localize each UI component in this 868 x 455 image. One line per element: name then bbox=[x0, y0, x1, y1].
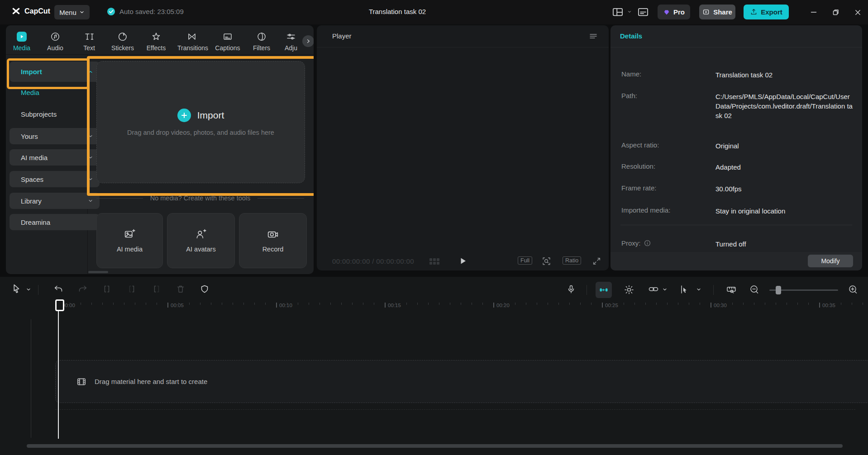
field-value-aspect-ratio: Original bbox=[715, 141, 854, 151]
select-tool-chevron[interactable] bbox=[26, 287, 31, 292]
track-slot-divider bbox=[55, 409, 855, 410]
ai-media-card[interactable]: AI media bbox=[96, 213, 163, 268]
tab-effects[interactable]: Effects bbox=[142, 30, 171, 53]
sidebar-item-library[interactable]: Library bbox=[10, 193, 100, 209]
image-plus-icon bbox=[124, 229, 136, 240]
tab-text[interactable]: Text bbox=[75, 30, 104, 53]
share-button[interactable]: Share bbox=[699, 5, 735, 19]
layout-panels-button[interactable] bbox=[612, 6, 624, 17]
field-value-path: C:/Users/PMLS/AppData/Local/CapCut/User … bbox=[715, 92, 854, 120]
person-plus-icon bbox=[195, 229, 207, 240]
playhead-line[interactable] bbox=[58, 301, 59, 439]
zoom-in-button[interactable] bbox=[848, 284, 858, 294]
check-circle-icon bbox=[107, 7, 115, 16]
panel-resize-grip[interactable] bbox=[88, 271, 108, 273]
details-divider bbox=[620, 225, 852, 225]
menu-button[interactable]: Menu bbox=[54, 5, 90, 19]
split-button[interactable] bbox=[102, 284, 111, 294]
play-button[interactable] bbox=[459, 257, 467, 267]
tab-audio[interactable]: Audio bbox=[41, 30, 70, 53]
ruler-tick-minor bbox=[852, 303, 852, 305]
tabs-scroll-right-button[interactable] bbox=[302, 35, 314, 47]
ruler-label: 00:25 bbox=[605, 303, 618, 308]
info-icon[interactable] bbox=[644, 240, 651, 246]
ruler-tick-minor bbox=[634, 303, 635, 305]
ruler-tick-minor bbox=[298, 303, 298, 305]
snap-toggle-button[interactable] bbox=[596, 282, 612, 298]
timecode: 00:00:00:00 / 00:00:00:00 bbox=[332, 257, 414, 265]
ruler-tick-minor bbox=[732, 303, 733, 305]
close-button[interactable] bbox=[851, 5, 864, 19]
export-button[interactable]: Export bbox=[744, 5, 789, 19]
fullscreen-icon[interactable] bbox=[592, 256, 601, 266]
ruler-tick-minor bbox=[124, 303, 124, 305]
ruler-tick-minor bbox=[396, 303, 396, 305]
ratio-button[interactable]: Ratio bbox=[563, 256, 581, 265]
redo-button[interactable] bbox=[78, 284, 88, 294]
sidebar-item-media[interactable]: Media bbox=[10, 85, 93, 99]
zoom-fit-icon[interactable] bbox=[542, 256, 551, 266]
link-button[interactable] bbox=[648, 284, 659, 294]
ruler-tick-minor bbox=[830, 303, 830, 305]
brand-name: CapCut bbox=[24, 7, 50, 15]
timeline-scale-button[interactable] bbox=[726, 284, 737, 294]
tab-media[interactable]: Media bbox=[7, 30, 36, 53]
playhead-handle[interactable] bbox=[55, 299, 64, 311]
sidebar-item-yours[interactable]: Yours bbox=[10, 128, 100, 144]
preview-axis-button[interactable] bbox=[624, 284, 634, 294]
details-header-divider bbox=[610, 47, 862, 47]
full-button[interactable]: Full bbox=[518, 256, 532, 265]
ruler-tick-minor bbox=[70, 303, 70, 305]
timeline-zoom-slider-handle[interactable] bbox=[776, 286, 781, 294]
timeline-scrollbar[interactable] bbox=[27, 444, 843, 448]
delete-right-button[interactable] bbox=[152, 284, 161, 294]
player-menu-icon[interactable] bbox=[589, 32, 598, 40]
tab-captions[interactable]: Captions bbox=[213, 30, 242, 53]
undo-button[interactable] bbox=[53, 284, 63, 294]
details-panel: Details Name: Translation task 02 Path: … bbox=[610, 25, 862, 270]
tabstrip-divider bbox=[6, 54, 314, 55]
sidebar-item-spaces[interactable]: Spaces bbox=[10, 171, 100, 187]
ruler-tick-major bbox=[819, 303, 820, 308]
sidebar-item-ai-media[interactable]: AI media bbox=[10, 149, 100, 166]
zoom-out-button[interactable] bbox=[749, 284, 759, 294]
ruler-tick-minor bbox=[569, 303, 570, 305]
voiceover-mic-button[interactable] bbox=[567, 284, 576, 294]
tab-stickers[interactable]: Stickers bbox=[108, 30, 137, 53]
ruler-tick-minor bbox=[341, 303, 342, 305]
link-chevron[interactable] bbox=[662, 287, 668, 292]
frame-grid-icon[interactable] bbox=[429, 258, 440, 267]
details-title: Details bbox=[620, 32, 642, 40]
ruler-tick-minor bbox=[721, 303, 722, 305]
record-card[interactable]: Record bbox=[239, 213, 307, 268]
tab-transitions[interactable]: Transitions bbox=[177, 30, 206, 53]
tab-filters[interactable]: Filters bbox=[247, 30, 276, 53]
adjust-panel-button[interactable] bbox=[637, 6, 649, 17]
delete-button[interactable] bbox=[176, 284, 185, 294]
sidebar-item-import[interactable]: Import bbox=[10, 62, 100, 82]
sidebar-item-subprojects[interactable]: Subprojects bbox=[10, 107, 93, 121]
timeline-ruler[interactable]: 00:0000:0500:1000:1500:2000:2500:3000:35 bbox=[0, 302, 868, 314]
adjust-sliders-icon bbox=[277, 30, 305, 42]
mark-button[interactable] bbox=[200, 284, 209, 294]
ai-avatars-card[interactable]: AI avatars bbox=[167, 213, 235, 268]
ruler-tick-minor bbox=[472, 303, 472, 305]
empty-track-dropzone[interactable]: Drag material here and start to create bbox=[55, 360, 868, 403]
pro-button[interactable]: Pro bbox=[658, 5, 690, 19]
modify-button[interactable]: Modify bbox=[808, 255, 853, 267]
ruler-tick-minor bbox=[754, 303, 754, 305]
text-icon bbox=[75, 30, 104, 42]
autosave-status: Auto saved: 23:05:09 bbox=[107, 7, 184, 16]
import-dropzone[interactable]: Import Drag and drop videos, photos, and… bbox=[96, 61, 305, 183]
restore-button[interactable] bbox=[829, 5, 843, 19]
sidebar-item-dreamina[interactable]: Dreamina bbox=[10, 214, 100, 230]
tab-adjust[interactable]: Adju bbox=[277, 30, 305, 53]
select-tool-button[interactable] bbox=[12, 284, 21, 295]
minimize-button[interactable] bbox=[807, 5, 820, 19]
delete-left-button[interactable] bbox=[127, 284, 136, 294]
layout-dropdown-chevron[interactable] bbox=[627, 9, 632, 14]
track-select-chevron[interactable] bbox=[696, 287, 701, 292]
track-select-button[interactable] bbox=[679, 284, 689, 294]
ruler-tick-minor bbox=[461, 303, 461, 305]
chevron-down-icon bbox=[88, 176, 93, 182]
